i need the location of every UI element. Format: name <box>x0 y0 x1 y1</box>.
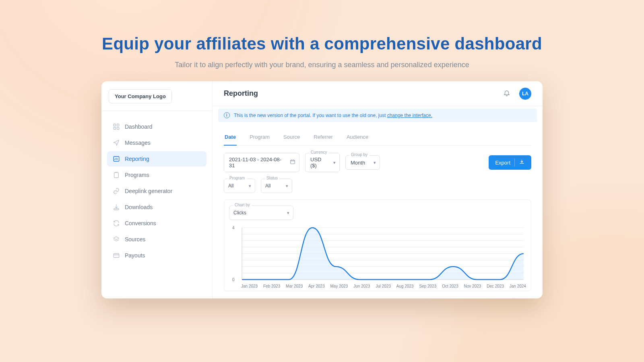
dashboard-app: Your Company Logo Dashboard Messages Rep… <box>101 81 543 298</box>
avatar[interactable]: LA <box>519 88 531 100</box>
svg-rect-6 <box>114 209 119 210</box>
svg-rect-7 <box>114 254 119 258</box>
tab-source[interactable]: Source <box>283 131 301 146</box>
sidebar-item-label: Messages <box>125 140 151 146</box>
grid-icon <box>113 123 120 130</box>
download-icon <box>113 204 120 211</box>
currency-label: Currency <box>309 150 329 154</box>
layers-icon <box>113 236 120 243</box>
chart-plot-area: 04 <box>241 224 524 283</box>
currency-value: USD ($) <box>310 156 327 169</box>
program-label: Program <box>228 176 246 180</box>
sidebar-item-messages[interactable]: Messages <box>107 135 206 150</box>
groupby-label: Group by <box>349 152 369 157</box>
sidebar-item-label: Downloads <box>125 204 153 210</box>
sidebar-item-conversions[interactable]: Conversions <box>107 216 206 231</box>
sidebar-item-dashboard[interactable]: Dashboard <box>107 119 206 134</box>
tab-date[interactable]: Date <box>224 131 237 146</box>
download-icon <box>519 159 525 166</box>
refresh-icon <box>113 220 120 227</box>
chartby-label: Chart by <box>233 203 252 207</box>
content: Date Program Source Referrer Audience 20… <box>213 122 543 291</box>
sidebar-item-downloads[interactable]: Downloads <box>107 200 206 215</box>
divider <box>514 158 515 167</box>
program-value: All <box>228 183 233 189</box>
groupby-value: Month <box>351 160 365 166</box>
status-label: Status <box>265 176 279 180</box>
svg-rect-5 <box>114 173 119 178</box>
filter-row-1: 2021-11-03 - 2024-08-31 Currency USD ($)… <box>224 153 531 172</box>
sidebar-item-label: Reporting <box>125 156 149 162</box>
main-panel: Reporting LA i This is the new version o… <box>213 81 543 298</box>
export-button[interactable]: Export <box>489 155 531 170</box>
sidebar-item-label: Sources <box>125 236 145 243</box>
banner-text: This is the new version of the portal. I… <box>234 113 387 118</box>
link-icon <box>113 187 120 195</box>
topbar: Reporting LA <box>213 81 543 106</box>
sidebar-item-sources[interactable]: Sources <box>107 232 206 247</box>
filter-row-2: Program All ▾ Status All ▾ <box>224 179 531 193</box>
svg-rect-3 <box>117 128 119 130</box>
page-title: Reporting <box>224 89 258 98</box>
info-banner: i This is the new version of the portal.… <box>218 109 537 122</box>
sidebar-item-label: Programs <box>125 172 149 178</box>
sidebar-item-label: Dashboard <box>125 123 153 130</box>
export-label: Export <box>495 160 510 166</box>
calendar-icon <box>290 159 295 166</box>
tabs: Date Program Source Referrer Audience <box>224 131 531 146</box>
sidebar-item-reporting[interactable]: Reporting <box>107 151 206 167</box>
company-logo-placeholder: Your Company Logo <box>109 89 172 103</box>
sidebar-item-label: Deeplink generator <box>125 188 172 194</box>
chart-card: Chart by Clicks ▾ 04 Jan 2023Feb 2023Mar… <box>224 200 531 291</box>
svg-rect-8 <box>291 160 295 164</box>
svg-rect-0 <box>114 124 116 126</box>
sidebar-item-label: Conversions <box>125 220 156 226</box>
tab-audience[interactable]: Audience <box>346 131 369 146</box>
chartby-select[interactable]: Chart by Clicks ▾ <box>229 206 293 220</box>
hero-subtitle: Tailor it to align perfectly with your b… <box>175 61 469 69</box>
sidebar-item-deeplink[interactable]: Deeplink generator <box>107 183 206 199</box>
date-range-field[interactable]: 2021-11-03 - 2024-08-31 <box>224 153 299 172</box>
svg-rect-1 <box>117 124 119 126</box>
program-select[interactable]: Program All ▾ <box>224 179 255 193</box>
sidebar: Your Company Logo Dashboard Messages Rep… <box>101 81 213 298</box>
sidebar-nav: Dashboard Messages Reporting Programs <box>101 111 212 264</box>
wallet-icon <box>113 252 120 259</box>
status-select[interactable]: Status All ▾ <box>261 179 292 193</box>
currency-select[interactable]: Currency USD ($) ▾ <box>305 153 340 172</box>
sidebar-item-payouts[interactable]: Payouts <box>107 248 206 263</box>
paper-plane-icon <box>113 139 120 146</box>
svg-rect-2 <box>114 128 116 130</box>
clipboard-icon <box>113 171 120 179</box>
status-value: All <box>265 183 270 189</box>
hero-title: Equip your affiliates with a comprehensi… <box>102 34 542 53</box>
sidebar-item-programs[interactable]: Programs <box>107 167 206 183</box>
info-icon: i <box>224 112 230 118</box>
banner-link[interactable]: change the interface. <box>387 113 432 118</box>
tab-referrer[interactable]: Referrer <box>313 131 334 146</box>
groupby-select[interactable]: Group by Month ▾ <box>345 155 380 170</box>
sidebar-item-label: Payouts <box>125 252 145 259</box>
chartby-value: Clicks <box>233 210 246 216</box>
line-chart <box>241 224 524 283</box>
chart-icon <box>113 155 120 162</box>
bell-icon[interactable] <box>503 89 510 98</box>
tab-program[interactable]: Program <box>249 131 270 146</box>
logo-container: Your Company Logo <box>101 81 212 111</box>
date-range-value: 2021-11-03 - 2024-08-31 <box>229 156 285 169</box>
svg-rect-4 <box>114 156 119 161</box>
